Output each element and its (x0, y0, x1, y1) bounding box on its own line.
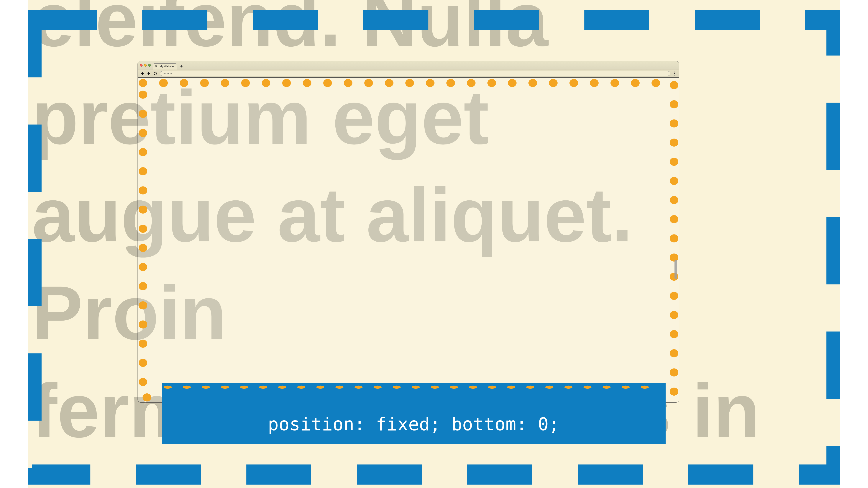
svg-rect-2 (143, 83, 674, 397)
tab-title: My Website (160, 65, 174, 68)
reload-icon[interactable] (153, 72, 157, 75)
browser-window: 3! My Website + bram.us (137, 61, 680, 402)
minimize-icon[interactable] (144, 64, 147, 67)
viewport-dotted-outline (138, 79, 678, 401)
menu-icon[interactable] (673, 72, 676, 75)
svg-text:3!: 3! (155, 65, 157, 68)
fixed-bar-dotted-edge (163, 385, 665, 389)
forward-icon[interactable] (147, 72, 151, 75)
url-bar[interactable]: bram.us (160, 71, 671, 76)
browser-toolbar: bram.us (138, 69, 679, 78)
browser-titlebar: 3! My Website + (138, 61, 679, 69)
new-tab-button[interactable]: + (180, 64, 183, 69)
fixed-bar-code: position: fixed; bottom: 0; (268, 414, 559, 434)
window-controls (140, 64, 151, 67)
fixed-bottom-bar: position: fixed; bottom: 0; (162, 383, 665, 444)
browser-viewport (138, 79, 678, 401)
diagram-canvas: eleifend. Nulla pretium eget augue at al… (28, 0, 840, 488)
scrollbar-thumb[interactable] (675, 260, 677, 279)
close-icon[interactable] (140, 64, 143, 67)
maximize-icon[interactable] (148, 64, 151, 67)
favicon-icon: 3! (155, 65, 158, 68)
browser-tab[interactable]: 3! My Website (153, 63, 177, 69)
url-text: bram.us (163, 72, 173, 75)
back-icon[interactable] (141, 72, 144, 75)
